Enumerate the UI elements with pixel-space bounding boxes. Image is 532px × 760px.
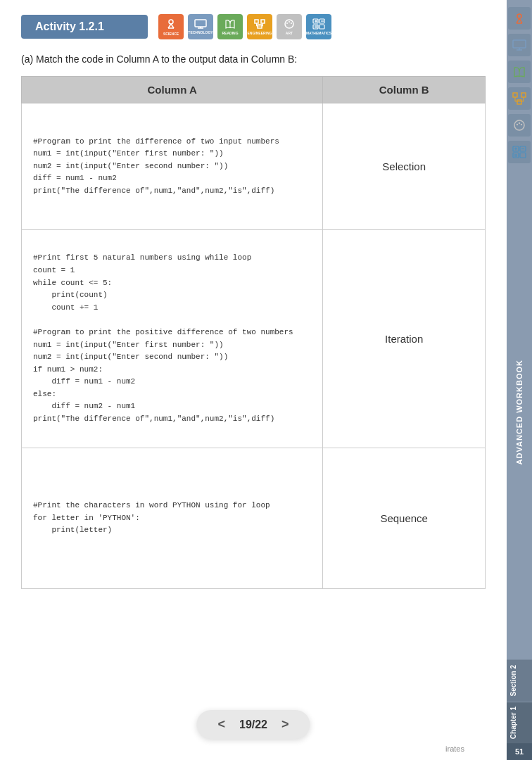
sidebar-engineering-icon (508, 87, 531, 110)
svg-line-29 (517, 18, 519, 23)
table-row: #Print first 5 natural numbers using whi… (22, 230, 486, 448)
svg-line-2 (171, 24, 174, 28)
label-selection: Selection (382, 160, 426, 172)
prev-button[interactable]: < (217, 717, 225, 732)
code-block-1: #Program to print the difference of two … (33, 136, 311, 198)
svg-point-0 (169, 20, 173, 24)
code-cell-1: #Program to print the difference of two … (22, 103, 323, 230)
label-cell-1: Selection (323, 103, 486, 230)
code-block-3: #Print the characters in word PYTHON usi… (33, 500, 311, 537)
svg-line-1 (168, 24, 171, 28)
svg-rect-32 (513, 40, 526, 48)
svg-rect-37 (521, 93, 526, 97)
svg-point-15 (285, 20, 293, 28)
col-a-header: Column A (22, 77, 323, 103)
code-cell-3: #Print the characters in word PYTHON usi… (22, 448, 323, 589)
svg-point-46 (521, 124, 522, 125)
next-button[interactable]: > (281, 717, 289, 732)
match-table: Column A Column B #Program to print the … (21, 76, 486, 589)
code-cell-2: #Print first 5 natural numbers using whi… (22, 230, 323, 448)
table-row: #Print the characters in word PYTHON usi… (22, 448, 486, 589)
svg-rect-38 (517, 100, 521, 104)
activity-header: Activity 1.2.1 SCIENCE TECHNOLO (21, 14, 486, 39)
svg-point-18 (291, 23, 292, 24)
mathematics-icon: MATHEMATICS (306, 14, 331, 39)
svg-rect-4 (195, 20, 206, 27)
sidebar-science-icon (508, 7, 531, 30)
svg-rect-22 (319, 25, 324, 29)
label-sequence: Sequence (380, 512, 428, 524)
art-label: ART (286, 31, 293, 35)
sidebar-chapter-label: Chapter 1 (507, 702, 532, 743)
subject-icons: SCIENCE TECHNOLOGY READING (158, 14, 331, 39)
navigation-bar: < 19/22 > (196, 710, 310, 739)
svg-rect-21 (313, 25, 318, 29)
sidebar-page-number: 51 (507, 743, 532, 760)
svg-rect-36 (513, 93, 517, 97)
svg-point-28 (517, 14, 521, 18)
sidebar-reading-icon (508, 61, 531, 83)
activity-title: Activity 1.2.1 (21, 15, 148, 39)
label-cell-3: Sequence (323, 448, 486, 589)
science-label: SCIENCE (163, 32, 179, 36)
engineering-icon: ENGINEERING (247, 14, 272, 39)
svg-point-17 (289, 21, 290, 23)
science-icon: SCIENCE (158, 14, 184, 39)
svg-line-30 (519, 18, 522, 23)
reading-label: READING (222, 31, 238, 35)
sidebar-art-icon (508, 114, 531, 137)
sidebar-advanced-workbook: ADVANCED WORKBOOK (515, 165, 524, 659)
technology-label: TECHNOLOGY (188, 30, 213, 34)
sidebar-mathematics-icon (508, 141, 531, 163)
art-icon: ART (277, 14, 302, 39)
sidebar-technology-icon (508, 34, 531, 56)
sidebar-icons (508, 0, 531, 165)
svg-rect-50 (520, 153, 526, 158)
svg-point-43 (514, 120, 524, 130)
svg-point-44 (517, 124, 518, 125)
svg-point-45 (519, 122, 520, 124)
svg-rect-8 (255, 20, 258, 23)
svg-rect-9 (261, 20, 265, 23)
mathematics-label: MATHEMATICS (306, 31, 331, 35)
label-cell-2: Iteration (323, 230, 486, 448)
reading-icon: READING (217, 14, 243, 39)
col-b-header: Column B (323, 77, 486, 103)
right-sidebar: ADVANCED WORKBOOK Section 2 Chapter 1 51 (507, 0, 532, 760)
code-block-2: #Print first 5 natural numbers using whi… (33, 252, 311, 425)
label-iteration: Iteration (385, 333, 423, 345)
instruction-text: (a) Match the code in Column A to the ou… (21, 53, 486, 65)
table-row: #Program to print the difference of two … (22, 103, 486, 230)
sidebar-section-label: Section 2 (507, 659, 532, 702)
svg-point-16 (286, 23, 288, 24)
engineering-label: ENGINEERING (247, 31, 272, 35)
technology-icon: TECHNOLOGY (188, 14, 213, 39)
page-indicator: 19/22 (239, 718, 267, 731)
advanced-workbook-label: ADVANCED WORKBOOK (515, 360, 524, 464)
footer-text: irates (445, 745, 464, 753)
main-content: Activity 1.2.1 SCIENCE TECHNOLO (0, 0, 507, 760)
